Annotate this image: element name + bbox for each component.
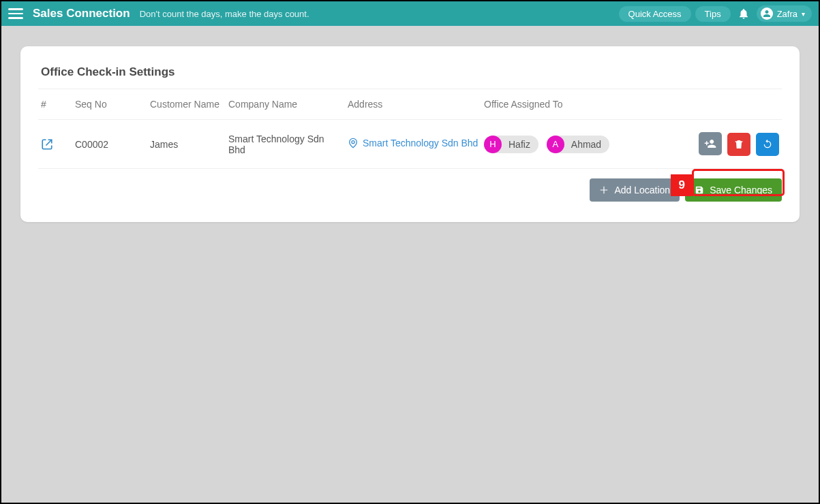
assignee-chip[interactable]: H Hafiz	[484, 136, 538, 153]
col-address: Address	[345, 89, 481, 120]
assignee-name: Ahmad	[564, 136, 609, 153]
chevron-down-icon: ▾	[802, 10, 805, 18]
footer-actions: Add Location 9 Save Changes	[38, 169, 782, 202]
address-link[interactable]: Smart Technology Sdn Bhd	[348, 138, 478, 148]
menu-icon[interactable]	[8, 6, 23, 21]
quick-access-button[interactable]: Quick Access	[619, 6, 691, 22]
settings-card: Office Check-in Settings # Seq No Custom…	[20, 46, 800, 222]
top-bar: Sales Connection Don't count the days, m…	[1, 1, 819, 26]
svg-point-0	[352, 141, 354, 144]
plus-icon	[599, 185, 609, 195]
table-row: C00002 James Smart Technology Sdn Bhd Sm…	[38, 120, 782, 169]
cell-company: Smart Technology Sdn Bhd	[226, 120, 345, 169]
col-customer: Customer Name	[147, 89, 226, 120]
tagline-text: Don't count the days, make the days coun…	[140, 9, 309, 19]
assignee-chip[interactable]: A Ahmad	[547, 136, 609, 153]
cell-customer: James	[147, 120, 226, 169]
add-location-label: Add Location	[614, 185, 670, 195]
save-label: Save Changes	[710, 185, 772, 195]
col-seq: Seq No	[72, 89, 147, 120]
user-menu[interactable]: Zafra ▾	[757, 5, 812, 22]
avatar-icon	[761, 7, 773, 20]
page-content: Office Check-in Settings # Seq No Custom…	[1, 26, 819, 242]
page-title: Office Check-in Settings	[38, 65, 782, 89]
checkin-table: # Seq No Customer Name Company Name Addr…	[38, 89, 782, 169]
save-icon	[695, 185, 704, 195]
col-company: Company Name	[226, 89, 345, 120]
step-callout: 9	[671, 174, 693, 196]
assignee-name: Hafiz	[502, 136, 538, 153]
delete-button[interactable]	[727, 133, 750, 156]
col-actions	[693, 89, 782, 120]
assign-user-button[interactable]	[699, 132, 722, 155]
cell-assigned: H Hafiz A Ahmad	[481, 120, 693, 169]
map-pin-icon	[348, 138, 359, 148]
col-hash: #	[38, 89, 72, 120]
assignee-initial: A	[547, 136, 564, 153]
user-name: Zafra	[777, 9, 798, 19]
open-external-icon[interactable]	[41, 138, 70, 151]
notifications-icon[interactable]	[738, 7, 750, 20]
col-assigned: Office Assigned To	[481, 89, 693, 120]
address-text: Smart Technology Sdn Bhd	[363, 138, 478, 148]
add-location-button[interactable]: Add Location	[590, 178, 680, 202]
brand-title: Sales Connection	[33, 7, 130, 20]
refresh-button[interactable]	[756, 133, 779, 156]
save-changes-button[interactable]: Save Changes	[685, 178, 782, 202]
tips-button[interactable]: Tips	[695, 6, 731, 22]
assignee-initial: H	[484, 136, 502, 153]
cell-seq: C00002	[72, 120, 147, 169]
